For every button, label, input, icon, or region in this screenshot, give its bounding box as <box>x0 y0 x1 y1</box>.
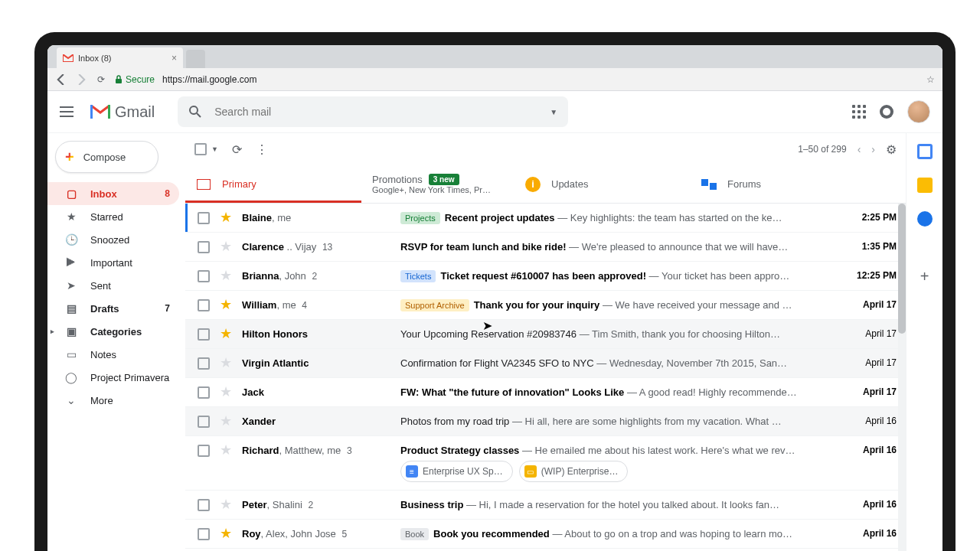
gmail-m-icon <box>90 104 110 119</box>
search-options-icon[interactable]: ▼ <box>550 108 557 116</box>
row-checkbox[interactable] <box>198 270 210 282</box>
tab-promotions[interactable]: Promotions 3 new Google+, New York Times… <box>361 165 514 203</box>
message-line: BookBook you recommended — About to go o… <box>400 527 834 540</box>
row-checkbox[interactable] <box>198 328 210 341</box>
scrollbar-thumb[interactable] <box>898 204 906 334</box>
row-checkbox[interactable] <box>198 445 210 457</box>
close-icon[interactable]: × <box>172 53 177 64</box>
message-line: Business trip — Hi, I made a reservation… <box>400 498 834 510</box>
attachment-chip[interactable]: ≡Enterprise UX Sp… <box>400 461 513 482</box>
refresh-button[interactable]: ⟳ <box>232 142 242 157</box>
star-icon[interactable]: ★ <box>219 527 233 540</box>
account-avatar[interactable] <box>907 100 930 123</box>
row-checkbox[interactable] <box>198 499 210 511</box>
mail-row[interactable]: ★Peter, Shalini 2Business trip — Hi, I m… <box>185 491 906 520</box>
message-line: Confirmation for Flight VA2345 SFO to NY… <box>400 357 834 369</box>
sidebar-item-notes[interactable]: ▭Notes <box>47 343 179 366</box>
add-addon-button[interactable]: + <box>920 268 929 285</box>
select-all-checkbox[interactable] <box>194 143 207 155</box>
mail-preview: We have received your message and … <box>616 299 792 311</box>
mail-row[interactable]: ★Roy, Alex, John Jose 5BookBook you reco… <box>185 520 906 549</box>
star-icon[interactable]: ★ <box>219 210 233 224</box>
search-input[interactable] <box>214 106 537 118</box>
tab-primary[interactable]: Primary <box>185 165 361 203</box>
primary-icon <box>196 177 211 192</box>
secure-indicator[interactable]: Secure <box>115 74 155 85</box>
attachments: ≡Enterprise UX Sp…▭(WIP) Enterprise… <box>400 461 834 482</box>
nav-label: Snoozed <box>90 234 129 246</box>
attachment-chip[interactable]: ▭(WIP) Enterprise… <box>519 461 629 482</box>
row-checkbox[interactable] <box>198 299 210 311</box>
star-icon[interactable]: ★ <box>219 240 233 253</box>
mail-preview: Tim Smith, thank you for choosing Hilton… <box>592 328 780 340</box>
mail-preview: A good read! Highly recommende… <box>639 386 797 398</box>
mail-preview: He emailed me about his latest work. Her… <box>535 445 795 456</box>
forward-button[interactable] <box>75 73 87 86</box>
row-checkbox[interactable] <box>198 528 210 540</box>
settings-gear-icon[interactable]: ⚙ <box>886 142 897 157</box>
apps-icon[interactable] <box>852 105 866 119</box>
gmail-logo[interactable]: Gmail <box>90 103 155 121</box>
prev-page-button[interactable]: ‹ <box>858 143 861 155</box>
mail-row[interactable]: ★William, me 4Support ArchiveThank you f… <box>185 291 906 320</box>
row-checkbox[interactable] <box>198 416 210 428</box>
row-checkbox[interactable] <box>198 212 210 224</box>
tab-updates[interactable]: i Updates <box>514 165 691 203</box>
reload-button[interactable]: ⟳ <box>95 73 107 86</box>
select-dropdown-icon[interactable]: ▼ <box>211 145 218 153</box>
star-icon[interactable]: ★ <box>219 497 233 511</box>
nav-count: 8 <box>165 188 170 199</box>
star-icon[interactable]: ★ <box>219 385 233 399</box>
star-icon[interactable]: ★ <box>219 414 233 428</box>
star-icon[interactable]: ★ <box>219 443 233 457</box>
sidebar-item-snoozed[interactable]: 🕒Snoozed <box>47 228 179 251</box>
label-icon: ◯ <box>64 371 78 383</box>
sidebar-item-more[interactable]: ⌄More <box>47 389 179 412</box>
mail-row[interactable]: ★Virgin AtlanticConfirmation for Flight … <box>185 349 906 378</box>
star-icon[interactable]: ★ <box>219 356 233 370</box>
tab-forums[interactable]: Forums <box>691 165 867 203</box>
url-text[interactable]: https://mail.google.com <box>162 74 256 85</box>
row-checkbox[interactable] <box>198 241 210 253</box>
sidebar-item-sent[interactable]: ➤Sent <box>47 274 179 297</box>
mail-row[interactable]: ★Richard, Matthew, me 3Product Strategy … <box>185 436 906 491</box>
next-page-button[interactable]: › <box>871 143 875 155</box>
sidebar-item-project-primavera[interactable]: ◯Project Primavera <box>47 366 179 389</box>
mail-list[interactable]: ★Blaine, meProjectsRecent project update… <box>185 204 906 551</box>
row-checkbox[interactable] <box>198 357 210 370</box>
sidebar-item-categories[interactable]: ▸▣Categories <box>47 320 179 343</box>
notifications-icon[interactable] <box>880 105 893 119</box>
sent-icon: ➤ <box>64 279 78 292</box>
keep-addon-icon[interactable] <box>917 178 933 193</box>
nav-label: Starred <box>90 211 123 223</box>
star-icon[interactable]: ★ <box>219 327 233 341</box>
mail-row[interactable]: ★Brianna, John 2TicketsTicket request #6… <box>185 262 906 291</box>
new-tab-button[interactable] <box>186 50 205 68</box>
menu-icon[interactable] <box>60 103 78 121</box>
sidebar-item-starred[interactable]: ★Starred <box>47 205 179 228</box>
compose-button[interactable]: + Compose <box>55 141 158 173</box>
bookmark-star-icon[interactable]: ☆ <box>926 74 935 85</box>
star-icon[interactable]: ★ <box>219 298 233 311</box>
sidebar-item-drafts[interactable]: ▤Drafts7 <box>47 297 179 320</box>
browser-tab[interactable]: Inbox (8) × <box>57 47 183 68</box>
back-button[interactable] <box>55 73 67 86</box>
promotions-badge: 3 new <box>429 174 459 185</box>
scrollbar-track[interactable] <box>898 204 906 551</box>
star-icon[interactable]: ★ <box>219 269 233 282</box>
sidebar-item-inbox[interactable]: ▢Inbox8 <box>47 182 179 205</box>
search-icon <box>188 105 202 119</box>
tasks-addon-icon[interactable] <box>917 211 933 227</box>
row-checkbox[interactable] <box>198 386 210 399</box>
mail-row[interactable]: ★JackFW: What "the future of innovation"… <box>185 378 906 407</box>
categories-icon: ▣ <box>64 325 78 337</box>
mail-row[interactable]: ★XanderPhotos from my road trip — Hi all… <box>185 407 906 436</box>
message-line: TicketsTicket request #610007 has been a… <box>400 269 834 282</box>
search-box[interactable]: ▼ <box>178 96 568 127</box>
mail-row[interactable]: ★Clarence .. Vijay 13RSVP for team lunch… <box>185 233 906 262</box>
more-actions-icon[interactable]: ⋮ <box>256 142 268 157</box>
calendar-addon-icon[interactable] <box>917 144 933 159</box>
mail-row[interactable]: ★Blaine, meProjectsRecent project update… <box>185 204 906 233</box>
sidebar-item-important[interactable]: ⯈Important <box>47 251 179 274</box>
mail-row[interactable]: ★Hilton HonorsYour Upcoming Reservation … <box>185 320 906 349</box>
